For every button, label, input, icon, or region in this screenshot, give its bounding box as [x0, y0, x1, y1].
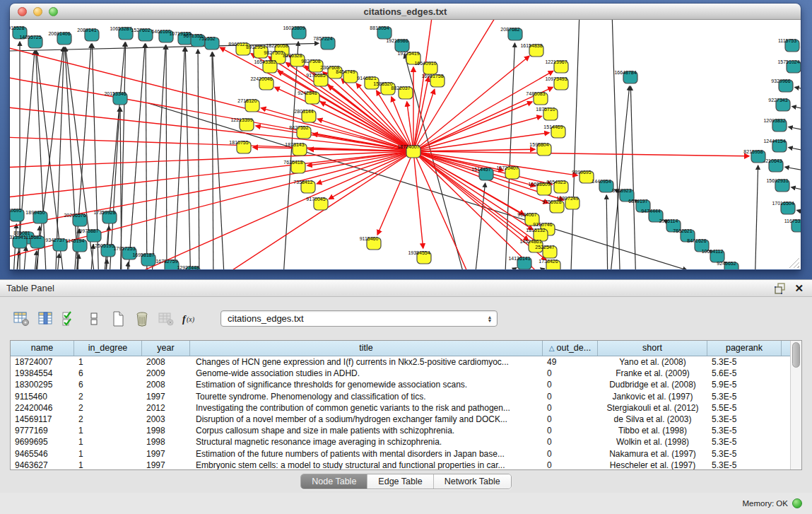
graph-node-label: 14136141 [508, 256, 530, 261]
column-header-in-degree[interactable]: in_degree [74, 341, 142, 356]
graph-node-label: 9342737 [45, 238, 64, 243]
graph-node-label: 19218986 [386, 38, 408, 43]
graph-node-label: 20153346 [104, 91, 126, 96]
graph-edge [23, 247, 26, 269]
table-row[interactable]: 946362711997Embryonic stem cells: a mode… [11, 460, 791, 470]
rows-icon[interactable] [85, 310, 103, 327]
graph-node-label: 751552 [199, 36, 215, 41]
table-row[interactable]: 911546021997Tourette syndrome. Phenomeno… [11, 391, 791, 402]
table-cell: 1998 [142, 436, 190, 448]
minimize-window-button[interactable] [33, 7, 42, 16]
table-tabs-row: Node TableEdge TableNetwork Table [0, 470, 812, 493]
table-selector-dropdown[interactable]: citations_edges.txt ▲▼ [220, 310, 498, 327]
table-cell: 0 [543, 368, 598, 379]
graph-edge [795, 87, 801, 90]
close-panel-icon[interactable]: ✕ [794, 282, 804, 295]
graph-node-label: 9175685 [306, 73, 325, 78]
graph-node-label: 1733426 [539, 259, 558, 264]
tab-network-table[interactable]: Network Table [434, 474, 511, 489]
table-cell: 0 [543, 402, 598, 414]
table-row[interactable]: 1938455462009Genome-wide association stu… [11, 368, 791, 379]
column-settings-icon[interactable] [37, 310, 55, 327]
table-scrollbar-thumb[interactable] [792, 342, 800, 368]
graph-edge [612, 20, 620, 269]
graph-node-label: 1115753 [778, 38, 796, 43]
graph-edge [570, 20, 579, 269]
network-canvas[interactable]: 1872400719155281405572520691406208914110… [10, 20, 801, 269]
graph-node-label: 20206576 [64, 213, 86, 218]
graph-node-label: 7485083 [526, 91, 545, 96]
graph-edge [413, 149, 535, 151]
column-header-year[interactable]: year [142, 341, 190, 356]
table-row[interactable]: 946554611997Estimation of the future num… [11, 448, 791, 460]
graph-node-label: 8938923 [612, 188, 631, 193]
select-all-icon[interactable] [61, 310, 79, 327]
table-cell: 5.6E-5 [707, 368, 782, 379]
table-cell: 0 [543, 414, 598, 425]
network-window-title: citations_edges.txt [364, 6, 447, 17]
table-cell: Changes of HCN gene expression and I(f) … [190, 356, 543, 368]
table-cell: Estimation of the future numbers of pati… [190, 448, 543, 460]
graph-node-label: 15692931 [766, 178, 788, 183]
graph-edge [755, 165, 758, 269]
column-header-title[interactable]: title [190, 341, 543, 356]
delete-icon[interactable] [133, 310, 151, 327]
svg-text:(x): (x) [187, 315, 195, 324]
table-row[interactable]: 969969511998Structural magnetic resonanc… [11, 436, 791, 448]
graph-node-label: 9120746 [533, 222, 552, 227]
graph-node-label: 16782759 [155, 259, 177, 264]
table-row[interactable]: 1872400712008Changes of HCN gene express… [11, 356, 791, 368]
graph-node-label: 1875710 [536, 107, 555, 112]
graph-node-label: 8912954 [246, 45, 265, 49]
graph-node-label: 1915528 [10, 25, 25, 30]
tab-node-table[interactable]: Node Table [301, 474, 367, 489]
graph-edge [151, 45, 165, 269]
table-cell: 5.5E-5 [707, 402, 782, 414]
function-builder-icon[interactable]: f (x) [181, 310, 199, 327]
graph-node-label: 8471626 [687, 238, 706, 243]
memory-status-icon[interactable] [792, 498, 802, 508]
table-row[interactable]: 2242004622012Investigating the contribut… [11, 402, 791, 414]
table-cell: 1998 [142, 425, 190, 436]
delete-table-icon-disabled[interactable] [157, 310, 175, 327]
column-header-short[interactable]: short [598, 341, 707, 356]
graph-edge [413, 102, 532, 151]
table-cell: Corpus callosum shape and size in male p… [190, 425, 543, 436]
table-cell: Disruption of a novel member of a sodium… [190, 414, 543, 425]
graph-edge [785, 167, 801, 172]
table-cell: Jankovic et al. (1997) [598, 391, 707, 402]
table-row[interactable]: 1830029562008Estimation of significance … [11, 379, 791, 390]
table-settings-icon[interactable] [13, 310, 31, 327]
table-cell: Tibbo et al. (1998) [598, 425, 707, 436]
zoom-window-button[interactable] [49, 7, 58, 16]
table-row[interactable]: 1456911722003Disruption of a novel membe… [11, 414, 791, 425]
tab-edge-table[interactable]: Edge Table [367, 474, 433, 489]
float-window-icon[interactable] [775, 283, 786, 294]
close-window-button[interactable] [18, 7, 27, 16]
table-cell: Yano et al. (2008) [598, 356, 707, 368]
table-cell: 14569117 [11, 414, 74, 425]
table-cell: 2008 [142, 379, 190, 390]
network-view-window: citations_edges.txt 18724007191552814055… [10, 4, 801, 270]
graph-node-label: 1145194 [66, 238, 85, 243]
table-cell: 5.3E-5 [707, 356, 782, 368]
table-scrollbar[interactable] [790, 341, 801, 469]
column-header-out-de-[interactable]: △out_de... [543, 341, 598, 356]
graph-node-label: 8813054 [370, 25, 389, 30]
table-row[interactable]: 977716911998Corpus callosum shape and si… [11, 425, 791, 436]
graph-node-label: 2089141 [77, 28, 96, 33]
column-header-pagerank[interactable]: pagerank [707, 341, 782, 356]
graph-edge [146, 44, 147, 269]
graph-edge [413, 151, 423, 248]
graph-edge [127, 44, 145, 269]
column-header-name[interactable]: name [11, 341, 74, 356]
table-cell: 0 [543, 379, 598, 390]
new-document-icon[interactable] [109, 310, 127, 327]
graph-node-label: 2087682 [500, 27, 519, 32]
graph-edge [125, 262, 129, 269]
graph-node-label: 17016504 [772, 201, 794, 206]
network-window-titlebar[interactable]: citations_edges.txt [10, 4, 801, 20]
graph-node-label: 18226058 [266, 43, 288, 48]
table-header-row: namein_degreeyeartitle△out_de...shortpag… [11, 341, 791, 356]
graph-node-label: 22420046 [250, 76, 272, 81]
